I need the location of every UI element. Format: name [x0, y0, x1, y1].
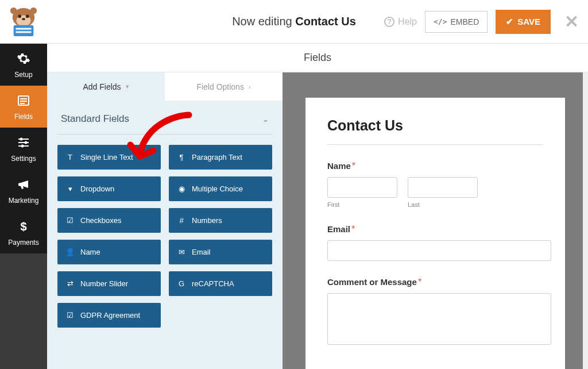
first-sublabel: First: [327, 201, 397, 208]
editing-form-name: Contact Us: [295, 15, 356, 28]
field-label: GDPR Agreement: [80, 311, 140, 320]
megaphone-icon: [2, 178, 45, 193]
sidebar-item-payments[interactable]: $ Payments: [0, 212, 47, 253]
email-input[interactable]: [327, 240, 551, 261]
form-card: Contact Us Name* First Last: [305, 98, 565, 369]
sidebar-item-fields[interactable]: Fields: [0, 86, 47, 128]
field-email-icon: ✉: [177, 248, 186, 256]
embed-label: EMBED: [450, 17, 479, 26]
app-logo: [0, 0, 47, 44]
save-button[interactable]: ✔ SAVE: [496, 10, 551, 34]
field-dropdown[interactable]: ▾Dropdown: [57, 176, 161, 201]
field-paragraph-text-icon: ¶: [177, 153, 186, 162]
embed-icon: </>: [434, 17, 447, 26]
svg-rect-11: [20, 98, 27, 99]
field-checkboxes[interactable]: ☑Checkboxes: [57, 208, 161, 233]
field-label: Single Line Text: [80, 153, 133, 162]
svg-rect-5: [14, 25, 34, 36]
save-label: SAVE: [517, 17, 540, 26]
svg-point-17: [20, 138, 23, 141]
field-label: reCAPTCHA: [192, 279, 234, 288]
required-mark: *: [351, 224, 355, 234]
columns: Add Fields ▾ Field Options › Standard Fi…: [47, 72, 588, 369]
group-title: Standard Fields: [61, 113, 129, 125]
section-title: Fields: [47, 44, 588, 72]
required-mark: *: [352, 161, 355, 171]
svg-rect-6: [16, 28, 32, 30]
main: Setup Fields Settings Marketing $ Paymen…: [0, 44, 588, 369]
center: Fields Add Fields ▾ Field Options ›: [47, 44, 588, 369]
scrollbar-right[interactable]: [583, 72, 588, 369]
field-gdpr-agreement-icon: ☑: [65, 311, 75, 320]
name-label: Name: [327, 161, 351, 171]
panel-tabs: Add Fields ▾ Field Options ›: [47, 72, 283, 101]
close-button[interactable]: ✕: [564, 11, 579, 32]
svg-point-18: [25, 141, 28, 144]
field-numbers[interactable]: #Numbers: [169, 208, 272, 233]
field-numbers-icon: #: [177, 216, 186, 225]
help-icon: ?: [384, 17, 394, 27]
last-sublabel: Last: [408, 201, 478, 208]
field-dropdown-icon: ▾: [65, 184, 75, 193]
sidebar-label: Payments: [2, 239, 45, 247]
sidebar-item-marketing[interactable]: Marketing: [0, 170, 47, 212]
field-label: Name: [80, 248, 100, 256]
field-label: Number Slider: [80, 279, 128, 288]
group-header[interactable]: Standard Fields ⌄: [57, 113, 272, 134]
fields-panel: Add Fields ▾ Field Options › Standard Fi…: [47, 72, 283, 369]
chevron-down-icon: ⌄: [262, 115, 269, 124]
help-label: Help: [398, 17, 417, 27]
svg-point-2: [18, 14, 21, 18]
last-name-input[interactable]: [408, 177, 478, 198]
list-icon: [2, 94, 45, 109]
sidebar-item-setup[interactable]: Setup: [0, 44, 47, 86]
tab-field-options[interactable]: Field Options ›: [165, 72, 283, 101]
sidebar-label: Settings: [2, 155, 45, 163]
svg-point-8: [10, 7, 17, 14]
field-name[interactable]: 👤Name: [57, 240, 161, 264]
svg-point-9: [30, 7, 37, 14]
sidebar-label: Fields: [2, 113, 45, 121]
editing-title: Now editing Contact Us: [232, 15, 356, 28]
sidebar: Setup Fields Settings Marketing $ Paymen…: [0, 44, 47, 369]
field-single-line-text-icon: T: [65, 153, 75, 162]
svg-point-3: [26, 14, 29, 18]
email-label: Email: [327, 224, 350, 234]
field-number-slider[interactable]: ⇄Number Slider: [57, 271, 161, 296]
field-label: Email: [192, 248, 211, 256]
svg-rect-12: [20, 101, 27, 102]
embed-button[interactable]: </> EMBED: [425, 11, 488, 33]
comment-field-group[interactable]: Comment or Message*: [327, 277, 543, 347]
field-label: Multiple Choice: [192, 184, 243, 193]
svg-point-4: [22, 18, 25, 20]
tab-add-fields[interactable]: Add Fields ▾: [47, 72, 165, 101]
top-actions: ? Help </> EMBED ✔ SAVE ✕: [384, 10, 579, 34]
field-email[interactable]: ✉Email: [169, 240, 272, 264]
first-name-input[interactable]: [327, 177, 397, 198]
field-label: Paragraph Text: [192, 153, 242, 162]
field-label: Dropdown: [80, 184, 114, 193]
sidebar-item-settings[interactable]: Settings: [0, 128, 47, 170]
svg-text:$: $: [20, 220, 26, 233]
field-single-line-text[interactable]: TSingle Line Text: [57, 145, 161, 170]
name-field-group[interactable]: Name* First Last: [327, 161, 543, 208]
field-multiple-choice[interactable]: ◉Multiple Choice: [169, 176, 272, 201]
field-name-icon: 👤: [65, 248, 75, 256]
field-grid: TSingle Line Text¶Paragraph Text▾Dropdow…: [57, 145, 272, 328]
sliders-icon: [2, 136, 45, 151]
top-bar: Now editing Contact Us ? Help </> EMBED …: [0, 0, 588, 44]
email-field-group[interactable]: Email*: [327, 224, 543, 261]
svg-point-19: [21, 145, 24, 148]
check-icon: ✔: [506, 17, 513, 27]
tab-label: Field Options: [196, 82, 243, 91]
panel-body: Standard Fields ⌄ TSingle Line Text¶Para…: [47, 101, 283, 369]
editing-prefix: Now editing: [232, 15, 295, 28]
svg-rect-7: [16, 31, 32, 33]
form-preview-area: Contact Us Name* First Last: [283, 72, 588, 369]
field-recaptcha[interactable]: GreCAPTCHA: [169, 271, 272, 296]
gear-icon: [2, 52, 45, 67]
field-gdpr-agreement[interactable]: ☑GDPR Agreement: [57, 303, 161, 328]
comment-textarea[interactable]: [327, 293, 551, 345]
field-paragraph-text[interactable]: ¶Paragraph Text: [169, 145, 272, 170]
help-link[interactable]: ? Help: [384, 17, 417, 27]
